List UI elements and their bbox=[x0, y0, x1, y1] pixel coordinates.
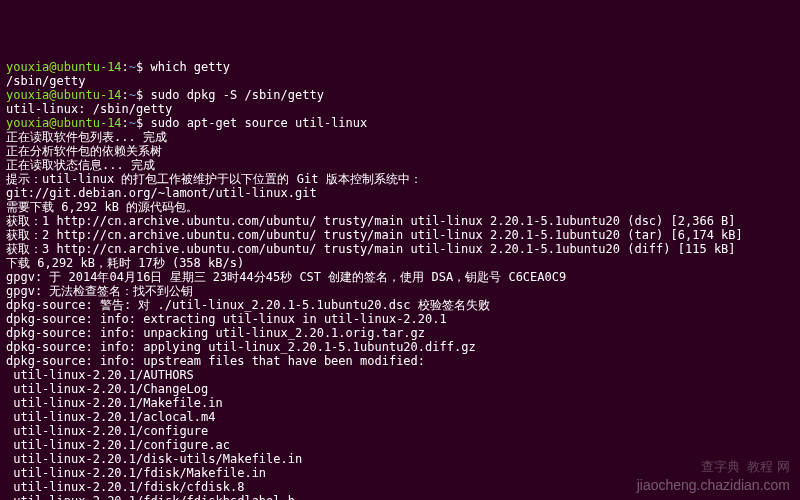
output-line: 获取：3 http://cn.archive.ubuntu.com/ubuntu… bbox=[6, 242, 794, 256]
output-line: gpgv: 于 2014年04月16日 星期三 23时44分45秒 CST 创建… bbox=[6, 270, 794, 284]
watermark-text-top: 查字典 教程 网 bbox=[701, 460, 790, 474]
output-line: dpkg-source: info: unpacking util-linux_… bbox=[6, 326, 794, 340]
file-list-item: util-linux-2.20.1/Makefile.in bbox=[6, 396, 794, 410]
output-line: 下载 6,292 kB，耗时 17秒 (358 kB/s) bbox=[6, 256, 794, 270]
watermark-text-bottom: jiaocheng.chazidian.com bbox=[637, 478, 790, 492]
output-line: 正在读取状态信息... 完成 bbox=[6, 158, 794, 172]
prompt-user: youxia@ubuntu-14 bbox=[6, 60, 122, 74]
prompt-path: ~ bbox=[129, 60, 136, 74]
command-text: sudo dpkg -S /sbin/getty bbox=[151, 88, 324, 102]
prompt-sep: : bbox=[122, 60, 129, 74]
output-line: gpgv: 无法检查签名：找不到公钥 bbox=[6, 284, 794, 298]
output-line: dpkg-source: info: extracting util-linux… bbox=[6, 312, 794, 326]
output-line: 获取：1 http://cn.archive.ubuntu.com/ubuntu… bbox=[6, 214, 794, 228]
prompt-dollar: $ bbox=[136, 88, 150, 102]
command-text: sudo apt-get source util-linux bbox=[151, 116, 368, 130]
command-line: youxia@ubuntu-14:~$ sudo apt-get source … bbox=[6, 116, 794, 130]
file-list-item: util-linux-2.20.1/configure.ac bbox=[6, 438, 794, 452]
output-line: 正在读取软件包列表... 完成 bbox=[6, 130, 794, 144]
file-list-item: util-linux-2.20.1/configure bbox=[6, 424, 794, 438]
prompt-path: ~ bbox=[129, 116, 136, 130]
output-line: git://git.debian.org/~lamont/util-linux.… bbox=[6, 186, 794, 200]
file-list-item: util-linux-2.20.1/AUTHORS bbox=[6, 368, 794, 382]
prompt-sep: : bbox=[122, 116, 129, 130]
prompt-dollar: $ bbox=[136, 60, 150, 74]
terminal-output[interactable]: youxia@ubuntu-14:~$ which getty/sbin/get… bbox=[6, 60, 794, 500]
output-line: dpkg-source: info: upstream files that h… bbox=[6, 354, 794, 368]
output-line: dpkg-source: info: applying util-linux_2… bbox=[6, 340, 794, 354]
file-list-item: util-linux-2.20.1/disk-utils/Makefile.in bbox=[6, 452, 794, 466]
file-list-item: util-linux-2.20.1/aclocal.m4 bbox=[6, 410, 794, 424]
output-line: 正在分析软件包的依赖关系树 bbox=[6, 144, 794, 158]
prompt-path: ~ bbox=[129, 88, 136, 102]
prompt-sep: : bbox=[122, 88, 129, 102]
prompt-user: youxia@ubuntu-14 bbox=[6, 116, 122, 130]
output-line: 提示：util-linux 的打包工作被维护于以下位置的 Git 版本控制系统中… bbox=[6, 172, 794, 186]
prompt-dollar: $ bbox=[136, 116, 150, 130]
file-list-item: util-linux-2.20.1/ChangeLog bbox=[6, 382, 794, 396]
command-text: which getty bbox=[151, 60, 230, 74]
output-line: 获取：2 http://cn.archive.ubuntu.com/ubuntu… bbox=[6, 228, 794, 242]
output-line: util-linux: /sbin/getty bbox=[6, 102, 794, 116]
output-line: 需要下载 6,292 kB 的源代码包。 bbox=[6, 200, 794, 214]
command-line: youxia@ubuntu-14:~$ which getty bbox=[6, 60, 794, 74]
command-line: youxia@ubuntu-14:~$ sudo dpkg -S /sbin/g… bbox=[6, 88, 794, 102]
prompt-user: youxia@ubuntu-14 bbox=[6, 88, 122, 102]
output-line: /sbin/getty bbox=[6, 74, 794, 88]
output-line: dpkg-source: 警告: 对 ./util-linux_2.20.1-5… bbox=[6, 298, 794, 312]
file-list-item: util-linux-2.20.1/fdisk/fdiskbsdlabel.h bbox=[6, 494, 794, 500]
